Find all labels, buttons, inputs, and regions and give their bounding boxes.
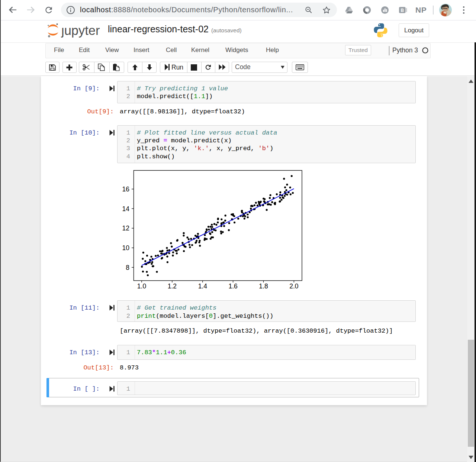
svg-text:16: 16 <box>122 185 129 193</box>
svg-text:12: 12 <box>122 224 129 232</box>
svg-text:B: B <box>401 8 404 13</box>
svg-text:1.4: 1.4 <box>198 282 208 290</box>
svg-text:10: 10 <box>122 244 130 252</box>
svg-text:1.0: 1.0 <box>137 282 147 290</box>
svg-text:14: 14 <box>122 205 130 213</box>
svg-text:1.2: 1.2 <box>168 282 177 290</box>
svg-text:1.6: 1.6 <box>228 282 237 290</box>
svg-text:1.8: 1.8 <box>259 282 268 290</box>
svg-text:2.0: 2.0 <box>289 282 299 290</box>
svg-text:8: 8 <box>126 264 129 271</box>
